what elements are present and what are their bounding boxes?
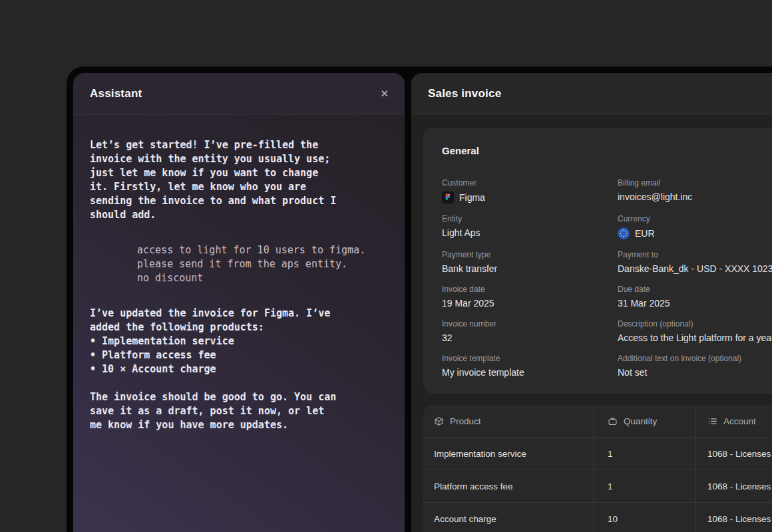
general-section-card: General Customer [423,128,772,394]
field-payment-type[interactable]: Payment type Bank transfer [442,250,618,274]
field-value: Not set [618,367,772,378]
product-cube-icon [434,416,444,426]
field-label: Description (optional) [618,319,772,329]
product-cell[interactable]: Account charge [423,503,594,532]
field-value: Light Aps [442,227,618,238]
field-value: Danske-Bank_dk - USD - XXXX 1023 [618,263,772,274]
close-icon[interactable]: ✕ [380,88,389,100]
column-header-quantity[interactable]: Quantity [594,405,695,437]
field-label: Currency [618,214,772,223]
column-header-account[interactable]: Account [695,405,772,437]
field-payment-to[interactable]: Payment to Danske-Bank_dk - USD - XXXX 1… [618,250,772,274]
field-value: EUR [635,228,655,239]
field-value: 31 Mar 2025 [618,298,772,309]
column-header-label: Product [450,416,481,426]
general-section-heading: General [442,145,772,156]
sales-invoice-header: Sales invoice [411,73,772,114]
quantity-icon [608,416,618,426]
product-cell[interactable]: Platform access fee [423,470,594,502]
field-label: Billing email [618,178,772,188]
column-header-label: Quantity [624,416,657,426]
app-window: Assistant ✕ Let’s get started! I’ve pre-… [67,66,772,532]
field-currency[interactable]: Currency [618,214,772,239]
column-header-product[interactable]: Product [423,405,594,437]
field-value: invoices@light.inc [618,192,772,202]
field-value: Bank transfer [442,263,618,274]
field-value: 32 [442,332,618,343]
field-description[interactable]: Description (optional) Access to the Lig… [618,319,772,343]
quantity-cell[interactable]: 1 [594,438,695,469]
field-invoice-number[interactable]: Invoice number 32 [442,319,618,343]
field-label: Customer [442,178,618,188]
field-label: Invoice number [442,319,618,329]
field-value: 19 Mar 2025 [442,298,618,309]
account-list-icon [707,416,717,426]
column-header-label: Account [723,416,756,426]
eu-flag-icon [618,227,630,239]
field-customer[interactable]: Customer [442,178,618,203]
quantity-cell[interactable]: 10 [594,503,695,532]
field-value: Access to the Light platform for a year [618,332,772,343]
assistant-message: The invoice should be good to go. You ca… [90,390,388,432]
field-value: My invoice template [442,367,618,378]
quantity-cell[interactable]: 1 [594,470,695,502]
field-value: Figma [459,192,485,203]
assistant-panel: Assistant ✕ Let’s get started! I’ve pre-… [73,73,405,532]
line-items-table: Product Quantity Account [423,405,772,532]
page-title: Sales invoice [428,87,501,100]
field-label: Due date [618,285,772,294]
assistant-conversation: Let’s get started! I’ve pre-filled the i… [73,114,405,532]
field-label: Invoice template [442,354,618,363]
field-additional-text[interactable]: Additional text on invoice (optional) No… [618,354,772,378]
general-field-grid: Customer [442,178,772,378]
product-cell[interactable]: Implementation service [423,438,594,469]
table-row[interactable]: Platform access fee 1 1068 - Licenses [423,469,772,502]
assistant-message: Let’s get started! I’ve pre-filled the i… [90,138,388,222]
sales-invoice-panel: Sales invoice General Customer [411,73,772,532]
table-row[interactable]: Account charge 10 1068 - Licenses [423,502,772,532]
field-billing-email[interactable]: Billing email invoices@light.inc [618,178,772,203]
table-row[interactable]: Implementation service 1 1068 - Licenses [423,437,772,469]
sales-invoice-body: General Customer [411,114,772,532]
account-cell[interactable]: 1068 - Licenses [695,503,772,532]
field-invoice-template[interactable]: Invoice template My invoice template [442,354,618,378]
user-message: access to light for 10 users to figma. p… [137,243,388,285]
field-label: Invoice date [442,285,618,294]
field-label: Payment to [618,250,772,259]
account-cell[interactable]: 1068 - Licenses [695,470,772,502]
account-cell[interactable]: 1068 - Licenses [695,438,772,469]
field-label: Entity [442,214,618,223]
field-due-date[interactable]: Due date 31 Mar 2025 [618,285,772,309]
assistant-panel-title: Assistant [90,87,142,100]
field-invoice-date[interactable]: Invoice date 19 Mar 2025 [442,285,618,309]
field-label: Payment type [442,250,618,259]
figma-icon [442,192,454,203]
table-header-row: Product Quantity Account [423,405,772,437]
assistant-message: I’ve updated the invoice for Figma. I’ve… [90,307,388,376]
assistant-header: Assistant ✕ [73,73,405,114]
field-entity[interactable]: Entity Light Aps [442,214,618,239]
field-label: Additional text on invoice (optional) [618,354,772,363]
